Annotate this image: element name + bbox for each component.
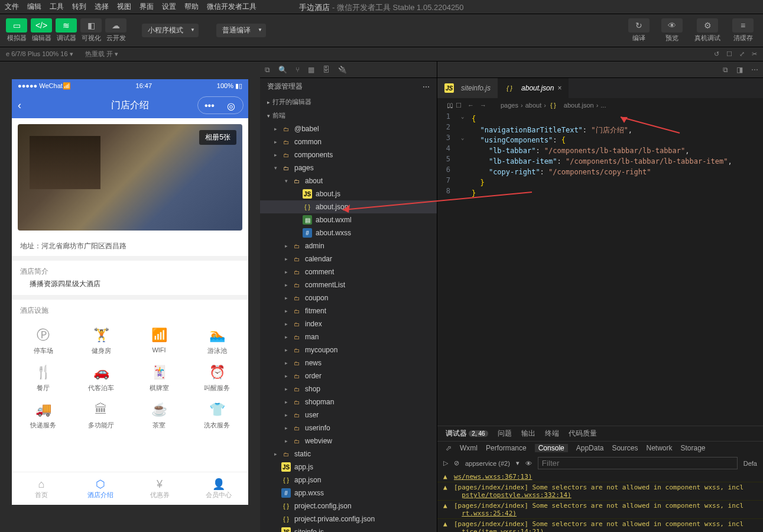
plug-icon[interactable]: 🔌 bbox=[338, 66, 347, 74]
tree-shopman[interactable]: ▸🗀shopman bbox=[260, 395, 437, 408]
tab-siteinfo[interactable]: JSsiteinfo.js bbox=[437, 78, 498, 98]
facility-11[interactable]: 👕洗衣服务 bbox=[188, 396, 246, 433]
hotreload-toggle[interactable]: 热重载 开 ▾ bbox=[85, 50, 118, 59]
tree-comment[interactable]: ▸🗀comment bbox=[260, 265, 437, 278]
tree-index[interactable]: ▸🗀index bbox=[260, 317, 437, 330]
console-tab-quality[interactable]: 代码质量 bbox=[569, 429, 597, 439]
tree-shop[interactable]: ▸🗀shop bbox=[260, 382, 437, 395]
visual-button[interactable]: ◧ bbox=[80, 18, 102, 33]
subtab-storage[interactable]: Storage bbox=[680, 444, 705, 452]
menu-devtools[interactable]: 微信开发者工具 bbox=[207, 2, 257, 12]
collapse-icon[interactable]: ▷ bbox=[443, 459, 448, 467]
tree-userinfo[interactable]: ▸🗀userinfo bbox=[260, 421, 437, 434]
tree-calendar[interactable]: ▸🗀calendar bbox=[260, 252, 437, 265]
facility-6[interactable]: 🃏棋牌室 bbox=[130, 359, 188, 396]
preview-button[interactable]: 👁 bbox=[661, 18, 683, 33]
tree-mycoupon[interactable]: ▸🗀mycoupon bbox=[260, 343, 437, 356]
filter-input[interactable] bbox=[538, 457, 738, 469]
menu-file[interactable]: 文件 bbox=[5, 2, 19, 12]
back-icon[interactable]: ‹ bbox=[18, 99, 21, 112]
album-badge[interactable]: 相册5张 bbox=[199, 130, 236, 145]
tab-2[interactable]: ¥优惠券 bbox=[130, 472, 189, 505]
menu-settings[interactable]: 设置 bbox=[162, 2, 176, 12]
tree-man[interactable]: ▸🗀man bbox=[260, 330, 437, 343]
facility-7[interactable]: ⏰叫醒服务 bbox=[188, 359, 246, 396]
tree-static[interactable]: ▸🗀static bbox=[260, 447, 437, 460]
split-icon[interactable]: ◨ bbox=[736, 66, 743, 74]
tab-1[interactable]: ⬡酒店介绍 bbox=[71, 472, 130, 505]
console-tab-issues[interactable]: 问题 bbox=[498, 429, 512, 439]
tree-order[interactable]: ▸🗀order bbox=[260, 369, 437, 382]
facility-3[interactable]: 🏊游泳池 bbox=[188, 322, 246, 359]
files-icon[interactable]: ⧉ bbox=[265, 66, 270, 74]
facility-10[interactable]: ☕茶室 bbox=[130, 396, 188, 433]
menu-select[interactable]: 选择 bbox=[95, 2, 109, 12]
close-icon[interactable]: × bbox=[557, 84, 561, 92]
compile-button[interactable]: ↻ bbox=[628, 18, 650, 33]
mode-select[interactable]: 小程序模式 bbox=[142, 24, 199, 37]
star-icon[interactable]: ☐ bbox=[456, 102, 462, 109]
tab-about-json[interactable]: { }about.json× bbox=[498, 78, 569, 98]
tab-0[interactable]: ⌂首页 bbox=[12, 472, 71, 505]
tree-siteinfo.js[interactable]: JSsiteinfo.js bbox=[260, 525, 437, 532]
inspect-icon[interactable]: ⬀ bbox=[446, 444, 452, 452]
tree-about.js[interactable]: JSabout.js bbox=[260, 187, 437, 200]
tree-webview[interactable]: ▸🗀webview bbox=[260, 434, 437, 447]
menu-view[interactable]: 视图 bbox=[117, 2, 131, 12]
debugger-button[interactable]: ≋ bbox=[56, 18, 77, 33]
cloud-button[interactable]: ☁ bbox=[105, 18, 126, 33]
more-editor-icon[interactable]: ⋯ bbox=[751, 66, 758, 74]
toggle-icon[interactable]: ↺ bbox=[714, 50, 719, 58]
tree-app.wxss[interactable]: #app.wxss bbox=[260, 486, 437, 499]
facility-1[interactable]: 🏋健身房 bbox=[72, 322, 130, 359]
subtab-sources[interactable]: Sources bbox=[612, 444, 638, 452]
facility-0[interactable]: Ⓟ停车场 bbox=[14, 322, 72, 359]
bookmark-icon[interactable]: 🕮 bbox=[447, 102, 453, 109]
tree-pages[interactable]: ▾🗀pages bbox=[260, 161, 437, 174]
facility-2[interactable]: 📶WIFI bbox=[130, 322, 188, 359]
device-select[interactable]: e 6/7/8 Plus 100% 16 ▾ bbox=[6, 50, 73, 58]
db-icon[interactable]: 🗄 bbox=[323, 66, 330, 74]
facility-5[interactable]: 🚗代客泊车 bbox=[72, 359, 130, 396]
more-icon[interactable]: ⋯ bbox=[423, 83, 430, 91]
console-output[interactable]: ws/news.wxss:367:13) [pages/index/index]… bbox=[437, 472, 763, 532]
console-tab-debugger[interactable]: 调试器 2, 46 bbox=[446, 429, 488, 439]
console-tab-terminal[interactable]: 终端 bbox=[545, 429, 559, 439]
project-root[interactable]: 前端 bbox=[260, 109, 437, 122]
subtab-network[interactable]: Network bbox=[646, 444, 672, 452]
open-editors[interactable]: 打开的编辑器 bbox=[260, 95, 437, 109]
tree-app.js[interactable]: JSapp.js bbox=[260, 460, 437, 473]
tree-@babel[interactable]: ▸🗀@babel bbox=[260, 122, 437, 135]
menu-edit[interactable]: 编辑 bbox=[27, 2, 41, 12]
context-select[interactable]: appservice (#2) bbox=[465, 460, 510, 467]
tree-project.config.json[interactable]: { }project.config.json bbox=[260, 499, 437, 512]
subtab-wxml[interactable]: Wxml bbox=[460, 444, 478, 452]
remote-debug-button[interactable]: ⚙ bbox=[697, 18, 718, 33]
tree-commentList[interactable]: ▸🗀commentList bbox=[260, 278, 437, 291]
tree-components[interactable]: ▸🗀components bbox=[260, 148, 437, 161]
hotel-image[interactable]: 相册5张 bbox=[18, 124, 242, 231]
subtab-appdata[interactable]: AppData bbox=[576, 444, 604, 452]
ext-icon[interactable]: ▦ bbox=[308, 66, 314, 74]
search-icon[interactable]: 🔍 bbox=[278, 66, 287, 74]
tree-about.json[interactable]: { }about.json bbox=[260, 200, 437, 213]
expand-icon[interactable]: ⤢ bbox=[739, 50, 745, 58]
facility-8[interactable]: 🚚快递服务 bbox=[14, 396, 72, 433]
branch-icon[interactable]: ⑂ bbox=[296, 66, 300, 74]
menu-help[interactable]: 帮助 bbox=[184, 2, 199, 12]
tree-common[interactable]: ▸🗀common bbox=[260, 135, 437, 148]
facility-4[interactable]: 🍴餐厅 bbox=[14, 359, 72, 396]
editor-button[interactable]: </> bbox=[31, 18, 52, 33]
tree-app.json[interactable]: { }app.json bbox=[260, 473, 437, 486]
menu-tools[interactable]: 工具 bbox=[50, 2, 64, 12]
tree-coupon[interactable]: ▸🗀coupon bbox=[260, 291, 437, 304]
tree-fitment[interactable]: ▸🗀fitment bbox=[260, 304, 437, 317]
menu-goto[interactable]: 转到 bbox=[72, 2, 86, 12]
subtab-console[interactable]: Console bbox=[535, 444, 568, 452]
clear-cache-button[interactable]: ≡ bbox=[732, 18, 754, 33]
tree-about[interactable]: ▾🗀about bbox=[260, 174, 437, 187]
clear-icon[interactable]: ⊘ bbox=[454, 459, 459, 467]
capsule[interactable]: •••◎ bbox=[197, 96, 243, 114]
compile-select[interactable]: 普通编译 bbox=[216, 24, 266, 37]
tree-user[interactable]: ▸🗀user bbox=[260, 408, 437, 421]
